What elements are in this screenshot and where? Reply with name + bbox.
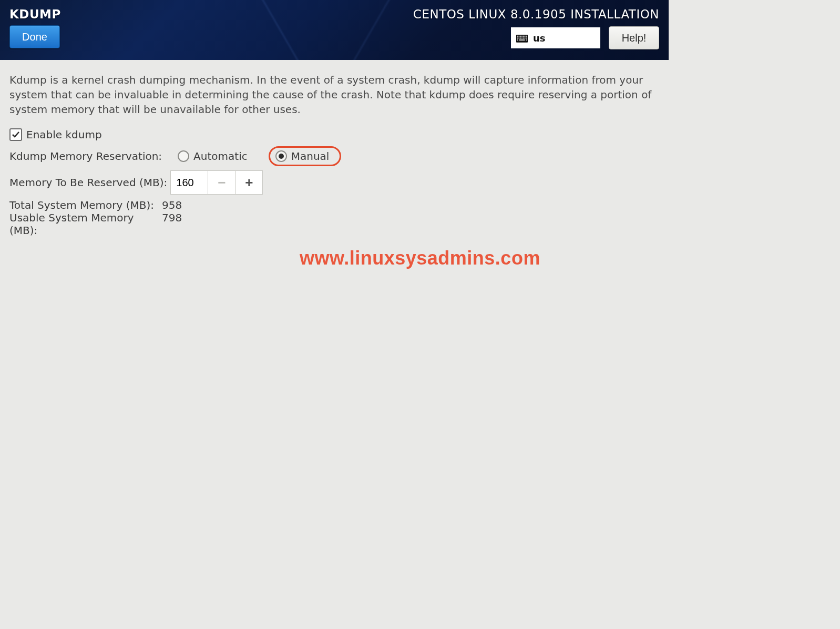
header-bar: KDUMP Done CENTOS LINUX 8.0.1905 INSTALL… (0, 0, 669, 60)
svg-rect-2 (519, 36, 520, 37)
svg-rect-8 (517, 38, 518, 39)
keyboard-layout-label: us (533, 33, 546, 44)
radio-icon (275, 150, 287, 162)
usable-memory-label: Usable System Memory (MB): (9, 211, 159, 237)
watermark-text: www.linuxsysadmins.com (300, 247, 540, 269)
stepper-increment-button[interactable]: + (235, 171, 262, 194)
svg-rect-5 (523, 36, 524, 37)
installation-title: CENTOS LINUX 8.0.1905 INSTALLATION (413, 7, 659, 21)
svg-rect-15 (517, 40, 518, 41)
radio-icon (178, 150, 189, 162)
kdump-description: Kdump is a kernel crash dumping mechanis… (9, 73, 659, 117)
memory-reserve-stepper: − + (170, 170, 263, 195)
memory-reserve-label: Memory To Be Reserved (MB): (9, 176, 167, 189)
header-left: KDUMP Done (9, 7, 61, 55)
radio-automatic-label: Automatic (193, 150, 248, 163)
svg-rect-12 (523, 38, 524, 39)
help-button[interactable]: Help! (609, 26, 659, 49)
svg-rect-14 (526, 38, 527, 39)
svg-rect-3 (520, 36, 521, 37)
keyboard-layout-selector[interactable]: us (511, 27, 600, 48)
total-memory-value: 958 (162, 199, 182, 211)
total-memory-label: Total System Memory (MB): (9, 199, 159, 211)
svg-rect-4 (521, 36, 523, 37)
stepper-decrement-button[interactable]: − (208, 171, 235, 194)
memory-info: Total System Memory (MB): 958 Usable Sys… (9, 199, 659, 237)
header-right: CENTOS LINUX 8.0.1905 INSTALLATION us He… (413, 7, 659, 55)
svg-rect-9 (519, 38, 520, 39)
svg-rect-7 (526, 36, 527, 37)
main-content: Kdump is a kernel crash dumping mechanis… (0, 60, 669, 249)
svg-rect-13 (525, 38, 526, 39)
svg-rect-1 (517, 36, 518, 37)
reservation-label: Kdump Memory Reservation: (9, 150, 162, 163)
reservation-radio-group: Automatic Manual (178, 146, 341, 166)
radio-automatic[interactable]: Automatic (178, 150, 248, 163)
usable-memory-value: 798 (162, 211, 182, 237)
radio-manual[interactable]: Manual (275, 150, 330, 163)
svg-rect-16 (519, 40, 525, 41)
memory-reserve-input[interactable] (171, 171, 208, 194)
page-title: KDUMP (9, 7, 61, 21)
done-button[interactable]: Done (9, 25, 60, 48)
enable-kdump-checkbox[interactable] (9, 128, 22, 141)
radio-manual-label: Manual (291, 150, 330, 163)
svg-rect-17 (526, 40, 527, 41)
keyboard-icon (516, 34, 528, 42)
svg-rect-11 (521, 38, 523, 39)
svg-rect-6 (525, 36, 526, 37)
svg-rect-10 (520, 38, 521, 39)
radio-manual-highlight: Manual (269, 146, 342, 166)
enable-kdump-label: Enable kdump (26, 128, 102, 141)
